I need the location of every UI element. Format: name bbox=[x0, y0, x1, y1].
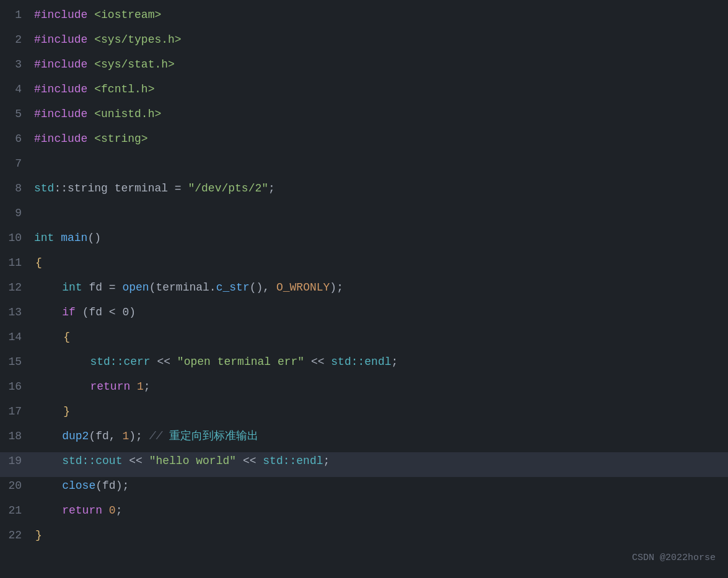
line-number: 1 bbox=[0, 6, 34, 24]
line-number: 6 bbox=[0, 130, 34, 148]
line-number: 12 bbox=[0, 279, 34, 297]
line-number: 20 bbox=[0, 477, 34, 495]
code-line: 12 int fd = open(terminal.c_str(), O_WRO… bbox=[0, 279, 728, 304]
code-line: 20 close(fd); bbox=[0, 477, 728, 502]
line-number: 18 bbox=[0, 427, 34, 445]
line-content: #include <fcntl.h> bbox=[34, 81, 728, 99]
line-number: 17 bbox=[0, 403, 34, 421]
code-line: 16 return 1; bbox=[0, 378, 728, 403]
line-number: 15 bbox=[0, 353, 34, 371]
watermark: CSDN @2022horse bbox=[632, 551, 716, 566]
line-content: std::cerr << "open terminal err" << std:… bbox=[34, 353, 728, 371]
code-line: 14 { bbox=[0, 328, 728, 353]
line-content: } bbox=[34, 527, 728, 545]
code-line: 18 dup2(fd, 1); // 重定向到标准输出 bbox=[0, 427, 728, 452]
line-number: 5 bbox=[0, 105, 34, 123]
code-line: 11{ bbox=[0, 254, 728, 279]
code-line: 9 bbox=[0, 204, 728, 229]
line-number: 8 bbox=[0, 180, 34, 198]
line-content: int main() bbox=[34, 229, 728, 247]
line-number: 7 bbox=[0, 155, 34, 173]
code-container: 1#include <iostream>2#include <sys/types… bbox=[0, 0, 728, 558]
line-number: 9 bbox=[0, 204, 34, 222]
code-line: 8std::string terminal = "/dev/pts/2"; bbox=[0, 180, 728, 204]
code-line: 21 return 0; bbox=[0, 502, 728, 527]
line-content: #include <unistd.h> bbox=[34, 105, 728, 123]
line-number: 10 bbox=[0, 229, 34, 247]
line-content: #include <iostream> bbox=[34, 6, 728, 24]
line-content: dup2(fd, 1); // 重定向到标准输出 bbox=[34, 427, 728, 445]
line-content: std::string terminal = "/dev/pts/2"; bbox=[34, 180, 728, 198]
code-line: 2#include <sys/types.h> bbox=[0, 31, 728, 56]
line-content: return 0; bbox=[34, 502, 728, 520]
code-line: 17 } bbox=[0, 403, 728, 427]
code-line: 3#include <sys/stat.h> bbox=[0, 56, 728, 81]
line-content: close(fd); bbox=[34, 477, 728, 495]
code-line: 7 bbox=[0, 155, 728, 180]
code-line: 15 std::cerr << "open terminal err" << s… bbox=[0, 353, 728, 378]
line-content: #include <string> bbox=[34, 130, 728, 148]
line-number: 22 bbox=[0, 527, 34, 545]
line-content: return 1; bbox=[34, 378, 728, 396]
code-line: 13 if (fd < 0) bbox=[0, 304, 728, 328]
line-content: #include <sys/stat.h> bbox=[34, 56, 728, 74]
line-number: 21 bbox=[0, 502, 34, 520]
line-number: 11 bbox=[0, 254, 34, 272]
line-number: 3 bbox=[0, 56, 34, 74]
line-number: 16 bbox=[0, 378, 34, 396]
code-line: 5#include <unistd.h> bbox=[0, 105, 728, 130]
line-content: if (fd < 0) bbox=[34, 304, 728, 322]
line-number: 4 bbox=[0, 81, 34, 99]
line-content: std::cout << "hello world" << std::endl; bbox=[34, 452, 728, 470]
line-content: { bbox=[34, 254, 728, 272]
line-content: #include <sys/types.h> bbox=[34, 31, 728, 49]
code-line: 10int main() bbox=[0, 229, 728, 254]
code-line: 1#include <iostream> bbox=[0, 6, 728, 31]
line-number: 2 bbox=[0, 31, 34, 49]
code-line: 19 std::cout << "hello world" << std::en… bbox=[0, 452, 728, 477]
line-number: 19 bbox=[0, 452, 34, 470]
line-content: int fd = open(terminal.c_str(), O_WRONLY… bbox=[34, 279, 728, 297]
code-line: 4#include <fcntl.h> bbox=[0, 81, 728, 105]
line-content: } bbox=[34, 403, 728, 421]
line-number: 13 bbox=[0, 304, 34, 322]
code-line: 22} bbox=[0, 527, 728, 551]
code-line: 6#include <string> bbox=[0, 130, 728, 155]
line-number: 14 bbox=[0, 328, 34, 346]
line-content: { bbox=[34, 328, 728, 346]
